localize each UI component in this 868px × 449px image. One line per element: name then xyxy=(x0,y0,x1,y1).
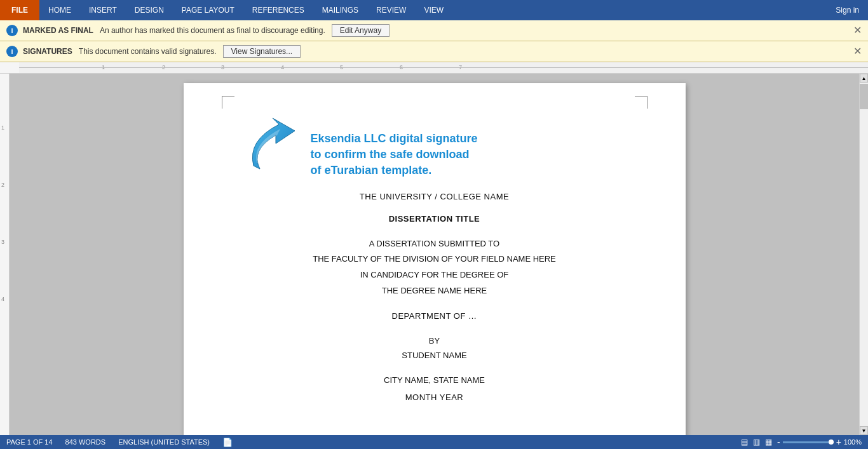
by-label: BY xyxy=(234,336,635,345)
view-signatures-button[interactable]: View Signatures... xyxy=(223,45,301,58)
university-name: THE UNIVERSITY / COLLEGE NAME xyxy=(234,192,635,201)
layout-icon1[interactable]: ▤ xyxy=(741,438,748,446)
doc-page: Eksendia LLC digital signature to confir… xyxy=(184,83,686,435)
close-signatures-bar-button[interactable]: ✕ xyxy=(853,46,862,57)
info-icon-sig: i xyxy=(6,46,18,57)
language: ENGLISH (UNITED STATES) xyxy=(118,438,210,446)
submitted-block: A DISSERTATION SUBMITTED TO THE FACULTY … xyxy=(234,236,635,299)
marked-final-label: MARKED AS FINAL xyxy=(23,26,93,35)
zoom-plus-button[interactable]: + xyxy=(836,437,841,447)
signatures-label: SIGNATURES xyxy=(23,47,72,56)
ruler: 1 2 3 4 5 6 7 xyxy=(0,62,868,74)
tab-insert[interactable]: INSERT xyxy=(80,0,126,20)
signatures-bar: i SIGNATURES This document contains vali… xyxy=(0,41,868,62)
layout-icon2[interactable]: ▥ xyxy=(753,438,760,446)
logo-line2: to confirm the safe download xyxy=(311,147,478,163)
main-area: 1 2 3 4 xyxy=(0,74,868,435)
zoom-minus-button[interactable]: - xyxy=(777,437,780,447)
eksendia-logo xyxy=(234,115,311,178)
signatures-text: This document contains valid signatures. xyxy=(79,47,217,56)
status-right: ▤ ▥ ▦ - + 100% xyxy=(741,437,862,447)
submitted-line4: THE DEGREE NAME HERE xyxy=(234,283,635,299)
tab-mailings[interactable]: MAILINGS xyxy=(313,0,367,20)
layout-icon3[interactable]: ▦ xyxy=(765,438,772,446)
department: DEPARTMENT OF … xyxy=(234,311,635,321)
corner-mark-tr xyxy=(635,96,648,109)
ruler-inner: 1 2 3 4 5 6 7 xyxy=(19,62,868,73)
content-area: Eksendia LLC digital signature to confir… xyxy=(10,74,859,435)
dissertation-title: DISSERTATION TITLE xyxy=(234,214,635,224)
student-name: STUDENT NAME xyxy=(234,351,635,360)
tab-view[interactable]: VIEW xyxy=(415,0,452,20)
zoom-percent: 100% xyxy=(844,438,862,446)
document-icon: 📄 xyxy=(222,438,233,447)
city-state: CITY NAME, STATE NAME xyxy=(234,375,635,385)
marked-final-text: An author has marked this document as fi… xyxy=(100,26,325,35)
zoom-handle[interactable] xyxy=(829,439,834,445)
submitted-line2: THE FACULTY OF THE DIVISION OF YOUR FIEL… xyxy=(234,251,635,267)
sign-in-button[interactable]: Sign in xyxy=(827,0,868,20)
ribbon: FILE HOME INSERT DESIGN PAGE LAYOUT REFE… xyxy=(0,0,868,20)
submitted-line1: A DISSERTATION SUBMITTED TO xyxy=(234,236,635,252)
scrollbar-right: ▲ ▼ xyxy=(859,74,868,435)
marked-final-bar: i MARKED AS FINAL An author has marked t… xyxy=(0,20,868,41)
close-final-bar-button[interactable]: ✕ xyxy=(853,25,862,36)
tab-file[interactable]: FILE xyxy=(0,0,39,20)
status-bar: PAGE 1 OF 14 843 WORDS ENGLISH (UNITED S… xyxy=(0,435,868,449)
scroll-up-button[interactable]: ▲ xyxy=(860,74,868,83)
logo-line3: of eTurabian template. xyxy=(311,163,478,178)
tab-bar: FILE HOME INSERT DESIGN PAGE LAYOUT REFE… xyxy=(0,0,868,20)
logo-line1: Eksendia LLC digital signature xyxy=(311,131,478,147)
word-count: 843 WORDS xyxy=(65,438,106,446)
zoom-control: - + 100% xyxy=(777,437,862,447)
doc-logo-area: Eksendia LLC digital signature to confir… xyxy=(234,115,635,179)
info-icon-final: i xyxy=(6,25,18,36)
page-count: PAGE 1 OF 14 xyxy=(6,438,53,446)
tab-review[interactable]: REVIEW xyxy=(367,0,415,20)
corner-mark-tl xyxy=(222,96,234,109)
left-ruler: 1 2 3 4 xyxy=(0,74,10,435)
tab-home[interactable]: HOME xyxy=(39,0,80,20)
scrollbar-thumb[interactable] xyxy=(860,84,868,109)
month-year: MONTH YEAR xyxy=(234,392,635,402)
tab-design[interactable]: DESIGN xyxy=(126,0,173,20)
submitted-line3: IN CANDIDACY FOR THE DEGREE OF xyxy=(234,267,635,283)
scroll-down-button[interactable]: ▼ xyxy=(860,426,868,435)
zoom-slider[interactable] xyxy=(783,441,834,443)
logo-text-box: Eksendia LLC digital signature to confir… xyxy=(311,131,478,179)
tab-references[interactable]: REFERENCES xyxy=(243,0,313,20)
edit-anyway-button[interactable]: Edit Anyway xyxy=(332,24,390,37)
tab-page-layout[interactable]: PAGE LAYOUT xyxy=(173,0,243,20)
